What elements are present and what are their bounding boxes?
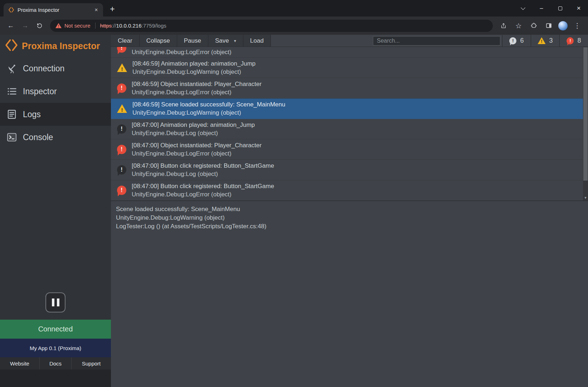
browser-titlebar: Proxima Inspector × + – × xyxy=(0,0,588,16)
log-source: UnityEngine.Debug:Log (object) xyxy=(132,170,274,178)
collapse-button[interactable]: Collapse xyxy=(140,35,177,47)
app-logo: Proxima Inspector xyxy=(0,35,111,57)
info-icon xyxy=(117,165,126,175)
log-detail-panel: Scene loaded successfully: Scene_MainMen… xyxy=(111,201,588,387)
window-controls: – × xyxy=(514,0,588,16)
log-count: 6 xyxy=(520,37,524,44)
log-row[interactable]: [08:47:00] Object instantiated: Player_C… xyxy=(111,139,583,160)
clear-button[interactable]: Clear xyxy=(111,35,140,47)
log-source: UnityEngine.Debug:LogError (object) xyxy=(132,88,262,96)
browser-menu-icon[interactable]: ⋮ xyxy=(571,19,584,32)
logs-page: Clear Collapse Pause Save▾ Load 6 3 8 xyxy=(111,35,588,387)
footer-link-support[interactable]: Support xyxy=(72,357,111,369)
log-message: [08:47:00] Animation played: animation_J… xyxy=(132,121,255,129)
sidebar-item-console[interactable]: Console xyxy=(0,126,111,149)
sidebar-bottom-strip xyxy=(0,369,111,387)
save-button[interactable]: Save▾ xyxy=(208,35,243,47)
window-minimize-icon[interactable]: – xyxy=(532,0,551,16)
sidebar-item-label: Connection xyxy=(23,64,64,73)
save-dropdown-caret-icon[interactable]: ▾ xyxy=(234,38,236,43)
back-icon[interactable]: ← xyxy=(4,19,17,32)
log-source: UnityEngine.Debug:LogWarning (object) xyxy=(132,68,256,76)
log-message: [08:46:59] Animation played: animation_J… xyxy=(132,59,256,68)
share-icon[interactable] xyxy=(497,19,510,32)
url-separator: :// xyxy=(112,23,116,29)
document-lines-icon xyxy=(6,109,18,120)
log-source: UnityEngine.Debug:LogError (object) xyxy=(132,190,274,199)
window-close-icon[interactable]: × xyxy=(569,0,588,16)
warning-count-filter[interactable]: 3 xyxy=(531,35,559,47)
log-message: [08:46:59] Object instantiated: Player_C… xyxy=(132,80,262,88)
logs-toolbar: Clear Collapse Pause Save▾ Load 6 3 8 xyxy=(111,35,588,47)
log-scrollbar[interactable]: ▼ xyxy=(583,47,588,201)
log-row[interactable]: [08:47:00] Button click registered: Butt… xyxy=(111,160,583,180)
log-count-filter[interactable]: 6 xyxy=(502,35,531,47)
log-row[interactable]: [08:47:00] Animation played: animation_J… xyxy=(111,119,583,139)
error-icon xyxy=(117,47,126,53)
detail-source: UnityEngine.Debug:LogWarning (object) xyxy=(116,214,583,222)
log-source: UnityEngine.Debug:Log (object) xyxy=(132,129,255,137)
url-text: https://10.0.0.216:7759/logs xyxy=(100,23,166,29)
url-scheme: https xyxy=(100,23,112,29)
sidebar-item-label: Logs xyxy=(23,110,41,119)
forward-icon[interactable]: → xyxy=(19,19,31,32)
reload-icon[interactable] xyxy=(33,19,46,32)
log-row-selected[interactable]: [08:46:59] Scene loaded successfully: Sc… xyxy=(111,99,583,119)
footer-link-docs[interactable]: Docs xyxy=(40,357,72,369)
error-icon xyxy=(117,145,126,154)
warning-icon xyxy=(117,63,127,72)
connected-app-label: My App 0.1 (Proxima) xyxy=(0,339,111,357)
sidebar-item-connection[interactable]: Connection xyxy=(0,57,111,80)
log-message: [08:47:00] Object instantiated: Player_C… xyxy=(132,141,262,149)
log-row[interactable]: [08:46:59] Animation played: animation_J… xyxy=(111,58,583,78)
search-input[interactable] xyxy=(373,36,500,46)
browser-tab[interactable]: Proxima Inspector × xyxy=(4,3,103,16)
log-source: UnityEngine.Debug:LogError (object) xyxy=(132,149,262,158)
log-message: [08:46:59] Scene loaded successfully: Sc… xyxy=(132,100,285,109)
not-secure-warning-icon xyxy=(55,23,62,28)
pause-logs-button[interactable]: Pause xyxy=(177,35,208,47)
log-row[interactable]: UnityEngine.Debug:LogError (object) xyxy=(111,47,583,58)
browser-navbar: ← → Not secure https://10.0.0.216:7759/l… xyxy=(0,16,588,35)
sidebar-item-logs[interactable]: Logs xyxy=(0,103,111,126)
sidebar-item-inspector[interactable]: Inspector xyxy=(0,80,111,103)
log-level-icon xyxy=(509,37,516,44)
log-list: UnityEngine.Debug:LogError (object) [08:… xyxy=(111,47,588,201)
log-row[interactable]: [08:46:59] Object instantiated: Player_C… xyxy=(111,78,583,99)
extensions-icon[interactable] xyxy=(527,19,540,32)
address-divider xyxy=(95,23,96,29)
satellite-dish-icon xyxy=(6,63,18,75)
bookmark-star-icon[interactable]: ☆ xyxy=(512,19,525,32)
load-button[interactable]: Load xyxy=(243,35,271,47)
tab-title: Proxima Inspector xyxy=(18,7,89,13)
sidebar-item-label: Console xyxy=(23,133,53,142)
warning-icon xyxy=(117,104,127,113)
info-icon xyxy=(117,124,126,134)
error-count: 8 xyxy=(577,37,581,44)
footer-link-website[interactable]: Website xyxy=(0,357,40,369)
profile-avatar[interactable] xyxy=(558,21,568,30)
address-bar[interactable]: Not secure https://10.0.0.216:7759/logs xyxy=(50,20,493,32)
error-icon xyxy=(117,186,126,195)
tab-close-icon[interactable]: × xyxy=(92,6,100,14)
error-count-filter[interactable]: 8 xyxy=(559,35,588,47)
pause-icon xyxy=(57,298,59,306)
app-root: Proxima Inspector Connection xyxy=(0,35,588,387)
log-source: UnityEngine.Debug:LogError (object) xyxy=(132,48,232,56)
scroll-down-arrow-icon[interactable]: ▼ xyxy=(583,195,588,200)
log-row[interactable]: [08:47:00] Button click registered: Butt… xyxy=(111,180,583,201)
url-host: 10.0.0.216 xyxy=(116,23,142,29)
tab-search-chevron-icon[interactable] xyxy=(514,0,532,16)
pause-connection-button[interactable] xyxy=(45,292,65,312)
warning-level-icon xyxy=(538,37,545,44)
list-icon xyxy=(6,86,18,97)
sidebar-spacer xyxy=(0,149,111,292)
sidebar: Proxima Inspector Connection xyxy=(0,35,111,387)
proxima-favicon-icon xyxy=(8,7,14,13)
window-maximize-icon[interactable] xyxy=(551,0,569,16)
scrollbar-thumb[interactable] xyxy=(583,47,588,181)
new-tab-button[interactable]: + xyxy=(107,4,117,14)
sidebar-footer: Website Docs Support xyxy=(0,357,111,369)
side-panel-icon[interactable] xyxy=(542,19,555,32)
proxima-logo-icon xyxy=(5,38,18,53)
